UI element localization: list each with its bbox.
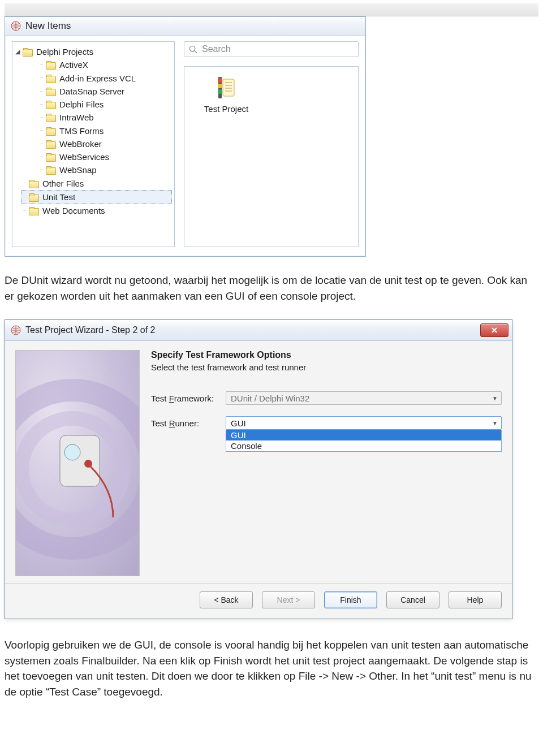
folder-icon: [29, 180, 38, 187]
globe-icon: [11, 325, 21, 335]
runner-dropdown: GUI Console: [226, 430, 502, 452]
runner-value: GUI: [231, 418, 246, 428]
tree-label: DataSnap Server: [59, 85, 124, 98]
runner-option-console[interactable]: Console: [226, 440, 501, 451]
test-project-icon: [192, 75, 260, 101]
wizard-window: Test Project Wizard - Step 2 of 2 Specif…: [5, 319, 512, 619]
chevron-down-icon: ▼: [492, 420, 498, 426]
tree-item-otherfiles[interactable]: ┈Other Files: [23, 177, 172, 190]
folder-icon: [46, 127, 55, 135]
wizard-title: Test Project Wizard - Step 2 of 2: [25, 325, 155, 335]
next-button: Next >: [262, 591, 315, 608]
tree-connector-icon: ┈: [40, 166, 42, 175]
tree-connector-icon: ┈: [40, 87, 42, 96]
wizard-titlebar: Test Project Wizard - Step 2 of 2: [5, 320, 512, 341]
new-items-title: New Items: [25, 20, 71, 32]
tree-label: Unit Test: [42, 191, 75, 204]
folder-icon: [46, 114, 55, 121]
caret-down-icon: ◢: [15, 47, 20, 57]
close-button[interactable]: [480, 323, 508, 337]
tree-label: IntraWeb: [59, 111, 94, 124]
tree-item-webservices[interactable]: ┈WebServices: [40, 150, 172, 163]
cancel-button[interactable]: Cancel: [386, 591, 439, 608]
tree-connector-icon: ┈: [23, 206, 25, 215]
tree-item-delphifiles[interactable]: ┈Delphi Files: [40, 98, 172, 111]
tree-connector-icon: ┈: [40, 74, 42, 83]
close-icon: [491, 327, 498, 334]
tree-connector-icon: ┈: [23, 179, 25, 188]
folder-icon: [46, 61, 55, 68]
folder-icon: [46, 166, 55, 174]
tree-item-websnap[interactable]: ┈WebSnap: [40, 163, 172, 176]
tree-connector-icon: ┈: [40, 140, 42, 149]
tree-item-intraweb[interactable]: ┈IntraWeb: [40, 111, 172, 124]
paragraph-2: Voorlopig gebruiken we de GUI, de consol…: [5, 637, 538, 699]
tree-connector-icon: ┈: [40, 153, 42, 162]
svg-line-2: [194, 50, 197, 53]
tree-connector-icon: ┈: [40, 113, 42, 122]
folder-icon: [23, 48, 32, 55]
wizard-subheading: Select the test framework and test runne…: [151, 362, 502, 372]
tree-label: Web Documents: [42, 204, 105, 217]
tree-label: WebBroker: [59, 137, 102, 150]
folder-icon: [29, 207, 38, 214]
items-panel: Test Project: [184, 66, 359, 247]
svg-point-10: [218, 84, 222, 88]
back-button[interactable]: < Back: [200, 591, 253, 608]
tree-connector-icon: ┈: [40, 126, 42, 135]
tree-label: WebSnap: [59, 163, 97, 176]
background-toolbar-scrap: [5, 3, 538, 16]
tree-connector-icon: ┈: [40, 100, 42, 109]
tree-label: WebServices: [59, 150, 109, 163]
folder-icon: [29, 193, 38, 201]
tree-item-tmsforms[interactable]: ┈TMS Forms: [40, 124, 172, 137]
svg-rect-15: [60, 435, 100, 486]
tree-label: Add-in Express VCL: [59, 72, 136, 85]
svg-point-9: [218, 78, 222, 83]
folder-icon: [46, 75, 55, 82]
new-items-window: New Items ◢Delphi Projects ┈ActiveX ┈Add…: [5, 16, 366, 257]
svg-point-16: [64, 444, 80, 460]
category-tree[interactable]: ◢Delphi Projects ┈ActiveX ┈Add-in Expres…: [12, 41, 175, 247]
wizard-footer: < Back Next > Finish Cancel Help: [5, 583, 512, 619]
tree-connector-icon: ┈: [40, 61, 42, 70]
folder-icon: [46, 88, 55, 95]
runner-label: Test Runner:: [151, 416, 226, 428]
tree-label: Other Files: [42, 177, 84, 190]
framework-value: DUnit / Delphi Win32: [231, 394, 309, 403]
folder-icon: [46, 101, 55, 108]
runner-combo[interactable]: GUI ▼: [226, 416, 502, 430]
tree-item-webdocs[interactable]: ┈Web Documents: [23, 204, 172, 217]
svg-point-11: [218, 89, 222, 94]
tree-item-datasnap[interactable]: ┈DataSnap Server: [40, 85, 172, 98]
framework-combo: DUnit / Delphi Win32 ▼: [226, 391, 502, 405]
tree-connector-icon: ┈: [23, 193, 25, 202]
tree-item-activex[interactable]: ┈ActiveX: [40, 58, 172, 71]
runner-option-gui[interactable]: GUI: [226, 430, 501, 440]
search-placeholder: Search: [202, 44, 231, 54]
svg-rect-3: [223, 79, 234, 96]
search-icon: [189, 45, 197, 54]
wizard-heading: Specify Test Framework Options: [151, 350, 502, 360]
item-test-project[interactable]: Test Project: [192, 75, 260, 114]
tree-item-webbroker[interactable]: ┈WebBroker: [40, 137, 172, 150]
tree-root[interactable]: ◢Delphi Projects: [15, 45, 172, 58]
globe-icon: [11, 21, 21, 31]
tree-label: Delphi Projects: [36, 45, 93, 58]
gear-image-icon: [16, 351, 139, 576]
tree-label: Delphi Files: [59, 98, 104, 111]
item-label: Test Project: [192, 104, 260, 114]
tree-item-addin[interactable]: ┈Add-in Express VCL: [40, 72, 172, 85]
framework-label: Test Framework:: [151, 391, 226, 403]
chevron-down-icon: ▼: [492, 395, 498, 401]
search-input[interactable]: Search: [184, 41, 359, 57]
wizard-decorative-image: [15, 350, 140, 576]
folder-icon: [46, 140, 55, 148]
new-items-titlebar: New Items: [5, 17, 365, 36]
help-button[interactable]: Help: [449, 591, 502, 608]
tree-label: TMS Forms: [59, 124, 104, 137]
paragraph-1: De DUnit wizard wordt nu getoond, waarbi…: [5, 273, 538, 304]
finish-button[interactable]: Finish: [324, 591, 377, 608]
tree-item-unittest[interactable]: ┈Unit Test: [21, 190, 172, 204]
tree-label: ActiveX: [59, 58, 88, 71]
